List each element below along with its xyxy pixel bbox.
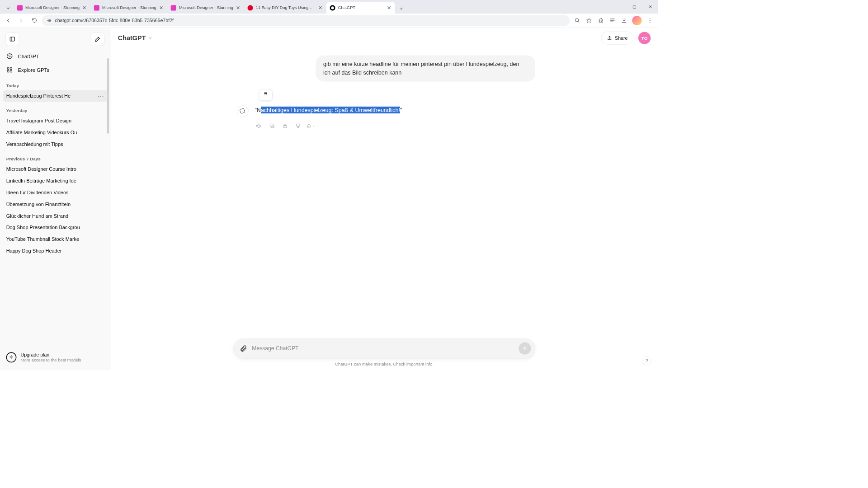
maximize-window-button[interactable]: ▢ (627, 0, 642, 14)
reload-button[interactable] (29, 15, 40, 26)
zoom-icon[interactable] (572, 15, 583, 26)
close-icon[interactable]: ✕ (235, 5, 241, 10)
conversation-item[interactable]: Happy Dog Shop Header (0, 245, 110, 257)
conversation-item[interactable]: Glücklicher Hund am Strand (0, 210, 110, 222)
nav-chatgpt[interactable]: ChatGPT (0, 49, 110, 63)
upgrade-plan-button[interactable]: Upgrade plan More access to the best mod… (0, 347, 110, 370)
tab-title: Microsoft Designer - Stunning (102, 5, 156, 10)
text-selection: achhaltiges Hundespielzeug: Spaß & Umwel… (261, 107, 400, 113)
help-button[interactable]: ? (642, 357, 651, 366)
nav-explore-gpts[interactable]: Explore GPTs (0, 63, 110, 77)
assistant-message-text[interactable]: "Nachhaltiges Hundespielzeug: Spaß & Umw… (255, 105, 402, 117)
window-controls: ─ ▢ ✕ (611, 0, 658, 14)
model-switcher[interactable]: ChatGPT (118, 34, 153, 42)
sparkle-icon (6, 352, 17, 363)
tab-designer-2[interactable]: Microsoft Designer - Stunning ✕ (90, 2, 167, 14)
tab-title: ChatGPT (338, 5, 384, 10)
svg-rect-13 (10, 70, 12, 72)
conversation-item[interactable]: Verabschiedung mit Tipps (0, 138, 110, 150)
svg-rect-12 (7, 70, 9, 72)
tab-chatgpt[interactable]: ChatGPT ✕ (326, 2, 395, 14)
forward-button[interactable] (16, 15, 27, 26)
upgrade-title: Upgrade plan (20, 352, 81, 358)
browser-menu-icon[interactable] (645, 15, 656, 26)
conversation-item[interactable]: Microsoft Designer Course Intro (0, 164, 110, 175)
browser-tabstrip: Microsoft Designer - Stunning ✕ Microsof… (0, 0, 658, 14)
svg-rect-14 (271, 125, 274, 128)
message-actions (233, 122, 535, 130)
svg-rect-10 (7, 68, 9, 70)
chevron-down-icon (148, 36, 153, 41)
assistant-message: "Nachhaltiges Hundespielzeug: Spaß & Umw… (233, 105, 535, 117)
conversation-menu-icon[interactable]: ⋯ (98, 93, 104, 100)
collapse-sidebar-button[interactable] (5, 32, 19, 46)
openai-logo-icon (6, 53, 13, 60)
tab-pinterest[interactable]: 11 Easy DIY Dog Toys Using Fre ✕ (244, 2, 326, 14)
svg-rect-8 (10, 37, 14, 41)
share-label: Share (615, 35, 627, 41)
message-input[interactable] (252, 345, 514, 352)
close-icon[interactable]: ✕ (317, 5, 323, 10)
quote-reply-button[interactable]: ❞ (259, 89, 273, 101)
section-prev7: Previous 7 Days (0, 150, 110, 164)
reading-list-icon[interactable] (607, 15, 618, 26)
thumbs-down-button[interactable] (294, 122, 302, 130)
conversation-item[interactable]: Dog Shop Presentation Backgrou (0, 222, 110, 234)
conversation-title: Travel Instagram Post Design (6, 118, 71, 124)
conversation-item[interactable]: LinkedIn Beiträge Marketing Ide (0, 175, 110, 187)
user-message-text: gib mir eine kurze headline für meinen p… (323, 61, 519, 75)
conversation-item[interactable]: Travel Instagram Post Design (0, 115, 110, 127)
sidebar: ChatGPT Explore GPTs Today Hundespielzeu… (0, 28, 110, 370)
tab-search-dropdown[interactable] (3, 3, 14, 14)
new-chat-button[interactable] (91, 32, 104, 46)
text-prefix: "N (255, 107, 260, 113)
site-info-icon[interactable] (46, 18, 52, 23)
share-button[interactable]: Share (601, 32, 633, 45)
send-button[interactable] (519, 343, 531, 355)
message-composer[interactable] (233, 338, 535, 358)
minimize-window-button[interactable]: ─ (611, 0, 627, 14)
conversation-item[interactable]: Ideen für Dividenden Videos (0, 187, 110, 198)
address-bar[interactable]: chatgpt.com/c/6706357d-5fdc-800e-83b5-73… (42, 15, 570, 26)
tab-designer-3[interactable]: Microsoft Designer - Stunning ✕ (167, 2, 244, 14)
user-avatar[interactable]: TO (638, 32, 651, 44)
copy-button[interactable] (268, 122, 276, 130)
assistant-avatar-icon (237, 105, 249, 117)
main-header: ChatGPT Share TO (110, 28, 658, 49)
regenerate-button[interactable] (307, 122, 315, 130)
composer-area: ChatGPT can make mistakes. Check importa… (110, 333, 658, 370)
close-icon[interactable]: ✕ (386, 5, 392, 10)
svg-point-5 (650, 19, 651, 19)
close-icon[interactable]: ✕ (82, 5, 87, 10)
attach-file-button[interactable] (240, 345, 247, 352)
profile-avatar-icon[interactable] (632, 16, 642, 25)
browser-toolbar: chatgpt.com/c/6706357d-5fdc-800e-83b5-73… (0, 14, 658, 27)
extensions-icon[interactable] (595, 15, 606, 26)
conversation-item[interactable]: YouTube Thumbnail Stock Marke (0, 233, 110, 245)
conversation-item[interactable]: Affiliate Marketing Videokurs Ou (0, 127, 110, 139)
read-aloud-button[interactable] (255, 122, 263, 130)
designer-favicon (171, 5, 176, 10)
upgrade-subtitle: More access to the best models (20, 358, 81, 363)
downloads-icon[interactable] (618, 15, 629, 26)
bookmark-icon[interactable] (584, 15, 594, 26)
close-icon[interactable]: ✕ (158, 5, 164, 10)
conversation-item-active[interactable]: Hundespielzeug Pinterest He ⋯ (3, 90, 107, 102)
close-window-button[interactable]: ✕ (642, 0, 658, 14)
conversation-title: Happy Dog Shop Header (6, 248, 62, 253)
disclaimer-text: ChatGPT can make mistakes. Check importa… (110, 362, 658, 367)
tab-designer-1[interactable]: Microsoft Designer - Stunning ✕ (14, 2, 90, 14)
thumbs-up-button[interactable] (281, 122, 289, 130)
text-suffix: " (400, 107, 402, 113)
conversation-title: Verabschiedung mit Tipps (6, 141, 63, 147)
quote-icon: ❞ (264, 91, 268, 99)
back-button[interactable] (3, 15, 14, 26)
conversation-thread[interactable]: gib mir eine kurze headline für meinen p… (110, 49, 658, 333)
conversation-title: LinkedIn Beiträge Marketing Ide (6, 178, 76, 183)
svg-point-1 (47, 20, 48, 21)
chevron-down-icon (312, 124, 315, 128)
conversation-title: Hundespielzeug Pinterest He (6, 93, 71, 99)
new-tab-button[interactable]: + (396, 4, 406, 14)
conversation-item[interactable]: Übersetzung von Finanztiteln (0, 198, 110, 210)
conversation-title: YouTube Thumbnail Stock Marke (6, 236, 80, 242)
